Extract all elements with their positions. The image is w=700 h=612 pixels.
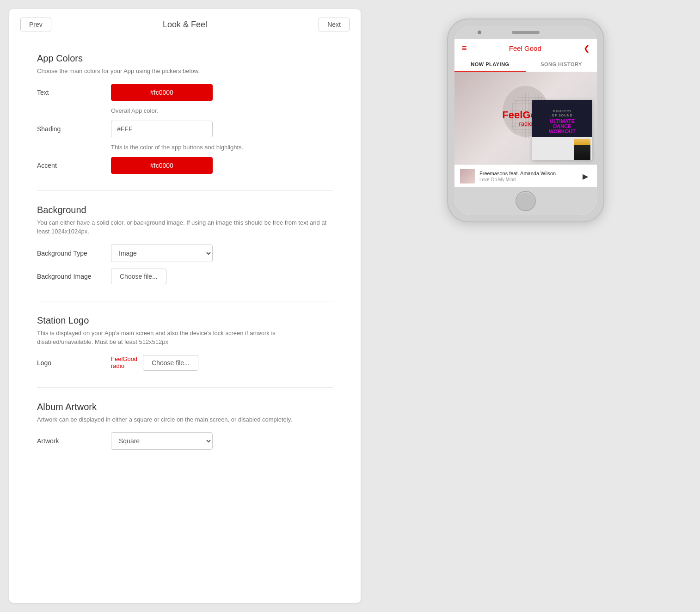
workout-label: WORKOUT <box>549 129 576 134</box>
of-sound-label: OF SOUND <box>552 114 573 117</box>
artwork-label: Artwork <box>37 437 111 445</box>
divider-3 <box>37 387 333 388</box>
phone-top-bar <box>454 26 597 39</box>
divider-1 <box>37 190 333 191</box>
app-hero-bg: FeelGood radio MINISTRY OF SOUND ULTIMAT… <box>454 72 597 165</box>
tab-now-playing[interactable]: NOW PLAYING <box>454 58 526 72</box>
shading-input[interactable]: #FFF <box>111 121 213 137</box>
shading-desc: This is the color of the app buttons and… <box>37 144 333 151</box>
station-logo-section: Station Logo This is displayed on your A… <box>37 315 333 371</box>
logo-text: FeelGood radio <box>111 356 137 369</box>
background-section: Background You can either have a solid c… <box>37 205 333 284</box>
next-button[interactable]: Next <box>319 18 350 31</box>
hamburger-icon[interactable]: ≡ <box>462 43 467 53</box>
text-color-picker[interactable]: #fc0000 <box>111 84 213 101</box>
app-colors-section: App Colors Choose the main colors for yo… <box>37 53 333 174</box>
logo-name: FeelGood <box>111 356 137 362</box>
background-image-choose-btn[interactable]: Choose file... <box>111 269 166 284</box>
background-image-label: Background Image <box>37 273 111 280</box>
album-artwork-title: Album Artwork <box>37 402 333 412</box>
right-panel: ≡ Feel Good ❮ NOW PLAYING SONG HISTORY <box>361 9 691 603</box>
album-artwork-section: Album Artwork Artwork can be displayed i… <box>37 402 333 450</box>
app-screen: ≡ Feel Good ❮ NOW PLAYING SONG HISTORY <box>454 39 597 187</box>
play-button[interactable]: ▶ <box>579 170 591 182</box>
background-image-row: Background Image Choose file... <box>37 269 333 284</box>
artwork-row: Artwork Square Circle Disabled <box>37 432 333 450</box>
accent-label: Accent <box>37 162 111 169</box>
phone-home-btn-area <box>454 187 597 215</box>
album-art-inner: MINISTRY OF SOUND ULTIMATE DANCE WORKOUT <box>532 100 592 160</box>
text-color-label: Text <box>37 89 111 96</box>
left-panel: Prev Look & Feel Next App Colors Choose … <box>9 9 361 603</box>
background-desc: You can either have a solid color, or ba… <box>37 218 333 236</box>
now-playing-bar: Freemasons feat. Amanda Wilson Love On M… <box>454 165 597 187</box>
station-logo-desc: This is displayed on your App's main scr… <box>37 329 333 347</box>
app-colors-title: App Colors <box>37 53 333 64</box>
phone-camera <box>478 31 481 34</box>
station-logo-title: Station Logo <box>37 315 333 326</box>
page-title: Look & Feel <box>51 20 319 30</box>
panel-content: App Colors Choose the main colors for yo… <box>9 40 361 485</box>
album-artwork-desc: Artwork can be displayed in either a squ… <box>37 415 333 424</box>
shading-row: Shading #FFF <box>37 121 333 137</box>
app-hero: FeelGood radio MINISTRY OF SOUND ULTIMAT… <box>454 72 597 165</box>
album-art-bottom <box>532 137 592 160</box>
phone-speaker <box>512 31 540 34</box>
background-type-row: Background Type Solid Color Image <box>37 245 333 262</box>
prev-button[interactable]: Prev <box>20 18 51 31</box>
app-tabs: NOW PLAYING SONG HISTORY <box>454 58 597 72</box>
now-playing-info: Freemasons feat. Amanda Wilson Love On M… <box>479 170 579 182</box>
background-type-label: Background Type <box>37 250 111 257</box>
shading-label: Shading <box>37 125 111 133</box>
phone-mockup: ≡ Feel Good ❮ NOW PLAYING SONG HISTORY <box>447 18 604 222</box>
tab-song-history[interactable]: SONG HISTORY <box>526 58 597 72</box>
accent-row: Accent #fc0000 <box>37 157 333 174</box>
logo-sub: radio <box>111 363 137 369</box>
logo-preview: FeelGood radio Choose file... <box>111 355 198 371</box>
overall-label: Overall App color. <box>37 107 333 114</box>
background-title: Background <box>37 205 333 215</box>
now-playing-artist: Freemasons feat. Amanda Wilson <box>479 170 579 177</box>
album-art-top: MINISTRY OF SOUND ULTIMATE DANCE WORKOUT <box>532 104 592 137</box>
background-type-select[interactable]: Solid Color Image <box>111 245 213 262</box>
now-playing-song: Love On My Mind <box>479 177 579 182</box>
home-button[interactable] <box>516 191 536 211</box>
album-art-container: MINISTRY OF SOUND ULTIMATE DANCE WORKOUT <box>532 100 592 160</box>
logo-row: Logo FeelGood radio Choose file... <box>37 355 333 371</box>
ministry-label: MINISTRY <box>553 110 571 113</box>
accent-color-picker[interactable]: #fc0000 <box>111 157 213 174</box>
panel-header: Prev Look & Feel Next <box>9 9 361 40</box>
app-nav-title: Feel Good <box>509 44 541 52</box>
divider-2 <box>37 301 333 301</box>
app-colors-desc: Choose the main colors for your App usin… <box>37 67 333 76</box>
now-playing-thumb <box>460 169 475 184</box>
album-figure <box>574 139 590 160</box>
ultimate-label: ULTIMATE <box>550 119 575 124</box>
artwork-select[interactable]: Square Circle Disabled <box>111 432 213 450</box>
phone-inner: ≡ Feel Good ❮ NOW PLAYING SONG HISTORY <box>454 26 597 215</box>
share-icon[interactable]: ❮ <box>583 44 589 53</box>
dance-label: DANCE <box>553 124 571 129</box>
logo-choose-btn[interactable]: Choose file... <box>143 355 198 371</box>
text-color-row: Text #fc0000 <box>37 84 333 101</box>
app-nav-bar: ≡ Feel Good ❮ <box>454 39 597 58</box>
logo-label: Logo <box>37 359 111 367</box>
